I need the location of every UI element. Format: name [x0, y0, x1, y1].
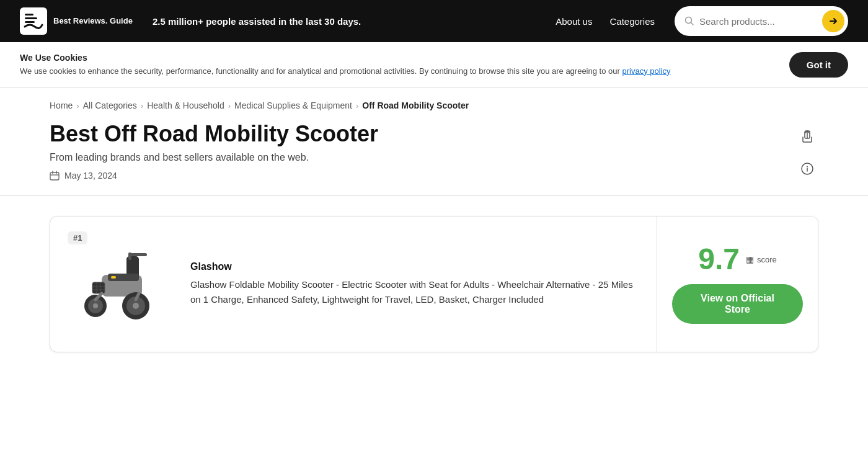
svg-rect-3 — [25, 21, 35, 23]
share-icon — [800, 130, 814, 143]
page-title: Best Off Road Mobility Scooter — [50, 120, 608, 147]
svg-point-13 — [807, 166, 808, 167]
cookie-text: We Use Cookies We use cookies to enhance… — [20, 53, 670, 78]
title-icons — [796, 125, 818, 180]
cookie-desc: We use cookies to enhance the security, … — [20, 65, 670, 78]
cookie-title: We Use Cookies — [20, 53, 670, 63]
svg-rect-32 — [111, 276, 116, 279]
logo-text: Best Reviews. Guide — [53, 16, 133, 27]
svg-rect-2 — [25, 17, 37, 19]
calendar-icon — [50, 171, 60, 181]
view-store-button[interactable]: View on Official Store — [672, 284, 803, 324]
breadcrumb-home[interactable]: Home — [50, 100, 73, 110]
rank-badge: #1 — [68, 231, 87, 244]
search-button[interactable] — [822, 10, 844, 32]
svg-rect-19 — [92, 282, 105, 293]
page-subtitle: From leading brands and best sellers ava… — [50, 152, 818, 163]
breadcrumb-current: Off Road Mobility Scooter — [362, 100, 469, 110]
product-description: Glashow Foldable Mobility Scooter - Elec… — [190, 277, 639, 307]
share-button[interactable] — [796, 125, 818, 148]
svg-rect-6 — [50, 172, 59, 180]
cookie-accept-button[interactable]: Got it — [789, 52, 848, 78]
products-section: #1 — [0, 196, 868, 372]
search-arrow-icon — [828, 16, 839, 27]
privacy-link[interactable]: privacy policy — [622, 66, 670, 76]
header: Best Reviews. Guide 2.5 million+ people … — [0, 0, 868, 42]
product-info: Glashow Glashow Foldable Mobility Scoote… — [190, 261, 639, 307]
search-bar — [675, 6, 848, 36]
breadcrumb-all-categories[interactable]: All Categories — [83, 100, 137, 110]
score-label: ▦ score — [746, 254, 777, 264]
date-text: May 13, 2024 — [64, 171, 117, 181]
search-input[interactable] — [699, 16, 817, 27]
product-brand: Glashow — [190, 261, 639, 272]
logo[interactable]: Best Reviews. Guide — [20, 7, 133, 35]
info-icon — [800, 162, 814, 176]
page-title-section: Best Off Road Mobility Scooter From lead… — [0, 115, 868, 196]
info-button[interactable] — [796, 158, 818, 180]
svg-rect-18 — [128, 252, 131, 260]
svg-point-29 — [93, 303, 98, 308]
logo-icon — [20, 7, 47, 35]
product-main: #1 — [50, 217, 657, 352]
score-wrap: 9.7 ▦ score — [698, 244, 777, 274]
page-date: May 13, 2024 — [50, 171, 818, 181]
breadcrumb: Home › All Categories › Health & Househo… — [0, 88, 868, 115]
cookie-banner: We Use Cookies We use cookies to enhance… — [0, 42, 868, 88]
search-icon — [684, 16, 694, 26]
svg-rect-1 — [25, 14, 33, 16]
product-sidebar: 9.7 ▦ score View on Official Store — [657, 217, 818, 352]
breadcrumb-sep-2: › — [141, 101, 143, 110]
score-label-text: score — [757, 255, 777, 264]
breadcrumb-health-household[interactable]: Health & Household — [147, 100, 224, 110]
product-image — [74, 238, 167, 331]
header-tagline: 2.5 million+ people assisted in the last… — [153, 16, 536, 27]
header-nav: About us Categories — [556, 16, 655, 27]
score-icon: ▦ — [746, 254, 754, 264]
nav-categories[interactable]: Categories — [609, 16, 655, 27]
breadcrumb-sep-1: › — [76, 101, 79, 110]
breadcrumb-sep-3: › — [228, 101, 231, 110]
breadcrumb-sep-4: › — [356, 101, 358, 110]
breadcrumb-medical-supplies[interactable]: Medical Supplies & Equipment — [234, 100, 352, 110]
product-card: #1 — [50, 216, 818, 352]
svg-line-5 — [691, 23, 694, 25]
nav-about[interactable]: About us — [556, 16, 592, 27]
product-image-wrap: #1 — [68, 231, 173, 337]
product-score: 9.7 — [698, 244, 740, 274]
svg-point-26 — [133, 303, 139, 309]
